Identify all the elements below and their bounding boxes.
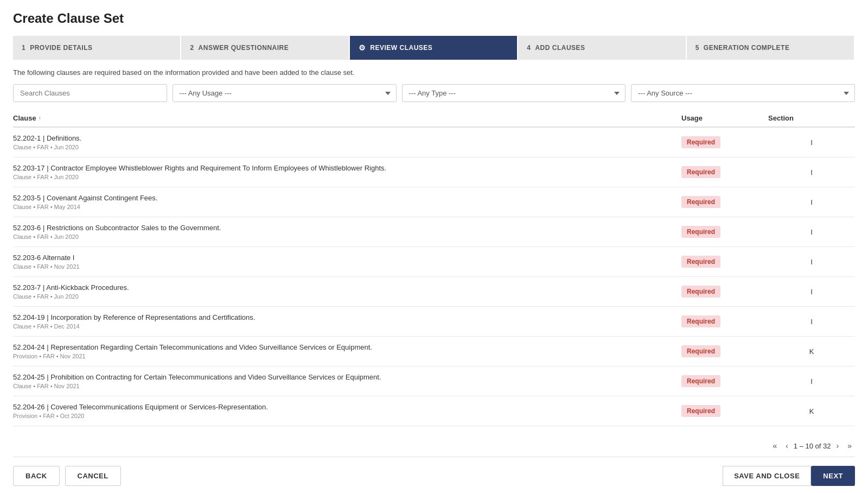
section-cell: I: [768, 168, 855, 176]
clause-name: 52.203-6 Alternate I: [13, 254, 681, 262]
section-cell: I: [768, 318, 855, 326]
pagination: « ‹ 1 – 10 of 32 › »: [13, 435, 855, 457]
pagination-first-button[interactable]: «: [769, 439, 780, 452]
cancel-button[interactable]: CANCEL: [65, 466, 121, 486]
clause-name: 52.204-25 | Prohibition on Contracting f…: [13, 373, 681, 381]
clause-cell: 52.203-7 | Anti-Kickback Procedures. Cla…: [13, 283, 681, 300]
section-cell: I: [768, 288, 855, 296]
step-answer-questionnaire[interactable]: 2 ANSWER QUESTIONNAIRE: [181, 36, 349, 60]
usage-badge: Required: [681, 196, 720, 208]
clause-cell: 52.204-25 | Prohibition on Contracting f…: [13, 373, 681, 389]
usage-cell: Required: [681, 405, 768, 417]
pagination-info: 1 – 10 of 32: [794, 442, 831, 450]
clause-name: 52.204-26 | Covered Telecommunications E…: [13, 403, 681, 411]
clause-name: 52.203-17 | Contractor Employee Whistleb…: [13, 164, 681, 172]
col-header-section: Section: [768, 114, 855, 122]
clause-meta: Clause • FAR • Jun 2020: [13, 293, 681, 300]
col-header-usage: Usage: [681, 114, 768, 122]
clause-meta: Clause • FAR • Jun 2020: [13, 233, 681, 240]
clause-name: 52.202-1 | Definitions.: [13, 134, 681, 142]
clause-cell: 52.203-6 Alternate I Clause • FAR • Nov …: [13, 254, 681, 270]
page-title: Create Clause Set: [13, 11, 855, 26]
step-icon-3: ⚙: [359, 43, 366, 52]
footer-left: BACK CANCEL: [13, 466, 121, 486]
usage-badge: Required: [681, 286, 720, 298]
usage-cell: Required: [681, 226, 768, 238]
usage-cell: Required: [681, 196, 768, 208]
clause-cell: 52.202-1 | Definitions. Clause • FAR • J…: [13, 134, 681, 150]
back-button[interactable]: BACK: [13, 466, 60, 486]
step-num-5: 5: [695, 44, 699, 52]
steps-bar: 1 PROVIDE DETAILS 2 ANSWER QUESTIONNAIRE…: [13, 36, 855, 60]
clause-cell: 52.204-19 | Incorporation by Reference o…: [13, 313, 681, 330]
usage-badge: Required: [681, 166, 720, 178]
usage-cell: Required: [681, 345, 768, 357]
clause-name: 52.204-19 | Incorporation by Reference o…: [13, 313, 681, 321]
clause-meta: Clause • FAR • Dec 2014: [13, 323, 681, 330]
usage-badge: Required: [681, 256, 720, 268]
table-row: 52.203-6 | Restrictions on Subcontractor…: [13, 217, 855, 247]
usage-badge: Required: [681, 345, 720, 357]
section-cell: K: [768, 347, 855, 356]
clause-name: 52.203-6 | Restrictions on Subcontractor…: [13, 224, 681, 232]
col-label-section: Section: [768, 114, 794, 122]
content-area: Clause ↑ Usage Section 52.202-1 | Defini…: [13, 110, 855, 457]
pagination-next-button[interactable]: ›: [833, 439, 843, 452]
table-row: 52.203-5 | Covenant Against Contingent F…: [13, 187, 855, 217]
col-header-clause[interactable]: Clause ↑: [13, 114, 681, 122]
usage-badge: Required: [681, 405, 720, 417]
usage-badge: Required: [681, 315, 720, 327]
step-num-4: 4: [527, 44, 531, 52]
section-cell: I: [768, 258, 855, 266]
table-row: 52.202-1 | Definitions. Clause • FAR • J…: [13, 128, 855, 157]
table-area: Clause ↑ Usage Section 52.202-1 | Defini…: [13, 110, 855, 426]
sort-icon-clause: ↑: [39, 115, 41, 121]
clause-meta: Clause • FAR • Nov 2021: [13, 263, 681, 270]
clause-cell: 52.204-24 | Representation Regarding Cer…: [13, 343, 681, 359]
source-filter[interactable]: --- Any Source ---: [631, 84, 855, 102]
clause-meta: Provision • FAR • Oct 2020: [13, 413, 681, 419]
clause-meta: Clause • FAR • Jun 2020: [13, 174, 681, 180]
table-row: 52.204-24 | Representation Regarding Cer…: [13, 337, 855, 366]
usage-cell: Required: [681, 166, 768, 178]
footer-right: SAVE AND CLOSE NEXT: [723, 466, 855, 486]
clause-cell: 52.203-17 | Contractor Employee Whistleb…: [13, 164, 681, 180]
usage-filter[interactable]: --- Any Usage ---: [173, 84, 397, 102]
section-cell: I: [768, 198, 855, 206]
step-label-2: ANSWER QUESTIONNAIRE: [199, 44, 289, 52]
clause-name: 52.204-24 | Representation Regarding Cer…: [13, 343, 681, 351]
step-label-5: GENERATION COMPLETE: [704, 44, 790, 52]
step-label-3: REVIEW CLAUSES: [370, 44, 432, 52]
clause-meta: Clause • FAR • May 2014: [13, 204, 681, 210]
section-cell: I: [768, 138, 855, 147]
pagination-last-button[interactable]: »: [844, 439, 855, 452]
step-generation-complete[interactable]: 5 GENERATION COMPLETE: [687, 36, 855, 60]
usage-cell: Required: [681, 286, 768, 298]
col-label-usage: Usage: [681, 114, 703, 122]
usage-cell: Required: [681, 315, 768, 327]
usage-cell: Required: [681, 375, 768, 387]
clause-meta: Clause • FAR • Jun 2020: [13, 144, 681, 150]
section-cell: I: [768, 377, 855, 385]
step-add-clauses[interactable]: 4 ADD CLAUSES: [518, 36, 686, 60]
save-close-button[interactable]: SAVE AND CLOSE: [723, 466, 811, 486]
clause-meta: Provision • FAR • Nov 2021: [13, 353, 681, 359]
usage-cell: Required: [681, 256, 768, 268]
step-review-clauses[interactable]: ⚙ REVIEW CLAUSES: [350, 36, 518, 60]
type-filter[interactable]: --- Any Type ---: [402, 84, 626, 102]
clause-name: 52.203-7 | Anti-Kickback Procedures.: [13, 283, 681, 292]
search-input[interactable]: [13, 84, 167, 102]
clause-name: 52.203-5 | Covenant Against Contingent F…: [13, 194, 681, 202]
step-provide-details[interactable]: 1 PROVIDE DETAILS: [13, 36, 181, 60]
pagination-prev-button[interactable]: ‹: [782, 439, 792, 452]
clause-cell: 52.203-5 | Covenant Against Contingent F…: [13, 194, 681, 210]
clause-cell: 52.204-26 | Covered Telecommunications E…: [13, 403, 681, 419]
usage-badge: Required: [681, 375, 720, 387]
usage-badge: Required: [681, 226, 720, 238]
next-button[interactable]: NEXT: [811, 466, 855, 486]
filters-row: --- Any Usage --- --- Any Type --- --- A…: [13, 84, 855, 102]
table-header: Clause ↑ Usage Section: [13, 110, 855, 128]
step-num-1: 1: [22, 44, 25, 52]
section-cell: I: [768, 228, 855, 236]
step-num-2: 2: [190, 44, 194, 52]
